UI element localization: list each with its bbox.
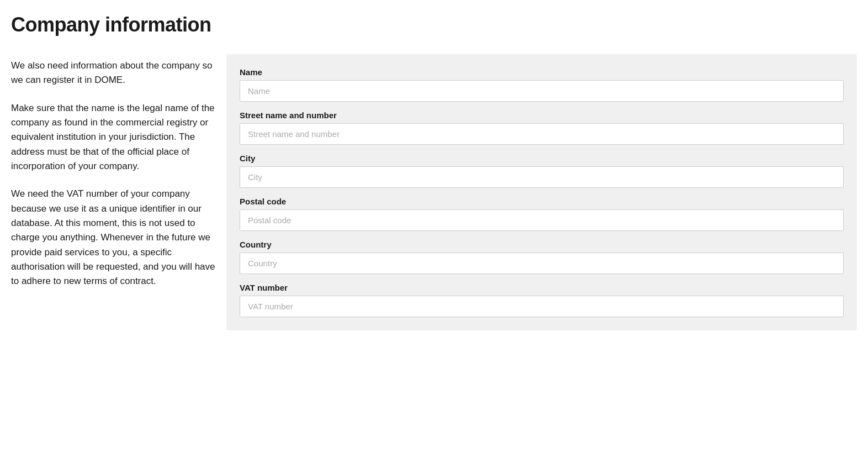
description-paragraph-2: Make sure that the name is the legal nam… <box>11 101 215 174</box>
description-panel: We also need information about the compa… <box>11 54 226 289</box>
label-vat: VAT number <box>240 283 844 292</box>
page-title: Company information <box>11 13 857 36</box>
label-country: Country <box>240 240 844 249</box>
form-field-street: Street name and number <box>240 111 844 145</box>
form-field-name: Name <box>240 67 844 102</box>
input-country[interactable] <box>240 253 844 274</box>
label-postal: Postal code <box>240 197 844 206</box>
form-field-postal: Postal code <box>240 197 844 231</box>
input-postal[interactable] <box>240 209 844 231</box>
form-panel: NameStreet name and numberCityPostal cod… <box>226 54 857 330</box>
page-container: Company information We also need informa… <box>0 0 868 341</box>
form-field-vat: VAT number <box>240 283 844 317</box>
label-city: City <box>240 154 844 163</box>
input-city[interactable] <box>240 166 844 188</box>
content-area: We also need information about the compa… <box>11 54 857 330</box>
form-field-country: Country <box>240 240 844 274</box>
label-street: Street name and number <box>240 111 844 120</box>
label-name: Name <box>240 67 844 77</box>
description-paragraph-3: We need the VAT number of your company b… <box>11 187 215 288</box>
input-street[interactable] <box>240 123 844 145</box>
input-vat[interactable] <box>240 296 844 317</box>
input-name[interactable] <box>240 80 844 102</box>
form-field-city: City <box>240 154 844 188</box>
description-paragraph-1: We also need information about the compa… <box>11 59 215 88</box>
